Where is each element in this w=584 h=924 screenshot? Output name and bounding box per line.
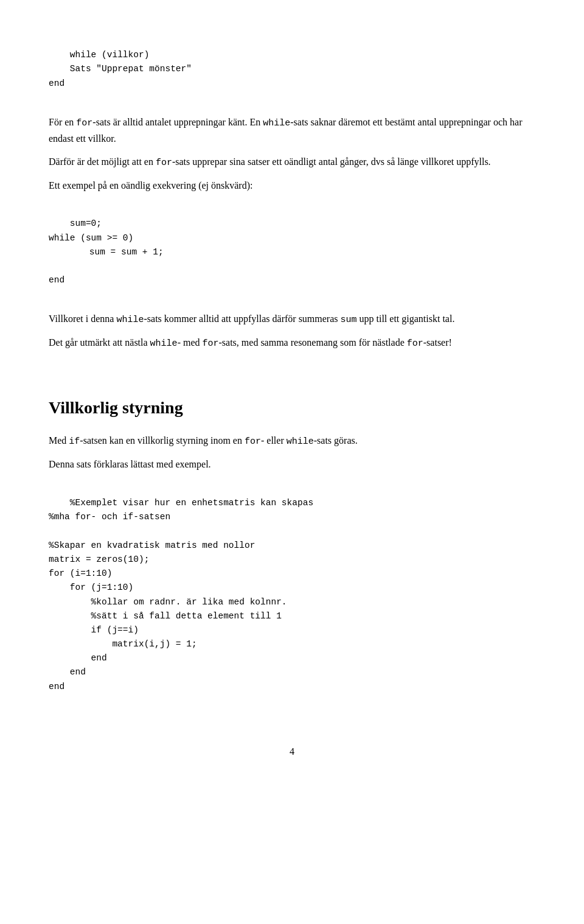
intro-line3: end xyxy=(49,79,64,88)
para6-after: -sats göras. xyxy=(314,435,358,446)
code2-line3: for (j=1:10) xyxy=(49,583,133,592)
code2-comment1: %Exemplet visar hur en enhetsmatris kan … xyxy=(70,498,313,508)
code1-line4: end xyxy=(49,275,64,285)
paragraph-4: Villkoret i denna while-sats kommer allt… xyxy=(49,311,535,327)
page-content: while (villkor) Sats "Upprepat mönster" … xyxy=(49,34,535,759)
page-number: 4 xyxy=(49,744,535,759)
code2-line1: matrix = zeros(10); xyxy=(49,555,149,564)
code2-line7: matrix(i,j) = 1; xyxy=(49,639,197,649)
code1-line1: sum=0; xyxy=(70,219,102,228)
code1-line2: while (sum >= 0) xyxy=(49,233,133,243)
para6-code2: for xyxy=(245,436,261,447)
para4-code2: sum xyxy=(341,315,357,325)
para1-code2: while xyxy=(263,118,290,128)
intro-line1: while (villkor) xyxy=(70,50,150,60)
para4-before: Villkoret i denna xyxy=(49,313,116,324)
para4-code1: while xyxy=(116,315,144,325)
para4-after: upp till ett gigantiskt tal. xyxy=(357,313,455,324)
para5-after: -sats, med samma resonemang som för näst… xyxy=(219,337,407,348)
para7-text: Denna sats förklaras lättast med exempel… xyxy=(49,459,211,469)
section-heading: Villkorlig styrning xyxy=(49,395,535,421)
para5-end: -satser! xyxy=(423,337,452,348)
para1-middle: -sats är alltid antalet upprepningar kän… xyxy=(92,117,263,127)
code2-line9: end xyxy=(49,667,86,677)
intro-code-block: while (villkor) Sats "Upprepat mönster" … xyxy=(49,34,535,105)
para4-middle: -sats kommer alltid att uppfyllas därför… xyxy=(144,313,340,324)
code2-line5: %sätt i så fall detta element till 1 xyxy=(49,611,282,621)
para6-code3: while xyxy=(287,436,314,447)
paragraph-1: För en for-sats är alltid antalet upprep… xyxy=(49,114,535,147)
code2-line10: end xyxy=(49,682,64,691)
spacer-1 xyxy=(49,359,535,371)
para2-before: Därför är det möjligt att en xyxy=(49,156,156,167)
para6-code1: if xyxy=(69,436,80,447)
code2-line4: %kollar om radnr. är lika med kolnnr. xyxy=(49,597,287,607)
paragraph-2: Därför är det möjligt att en for-sats up… xyxy=(49,154,535,170)
para5-middle: - med xyxy=(178,337,203,348)
code2-line2: for (i=1:10) xyxy=(49,569,112,578)
para6-middle2: - eller xyxy=(261,435,287,446)
para5-code3: for xyxy=(407,338,423,349)
para1-before: För en xyxy=(49,117,76,127)
code2-comment3: %Skapar en kvadratisk matris med nollor xyxy=(49,541,255,550)
paragraph-3: Ett exempel på en oändlig exekvering (ej… xyxy=(49,178,535,194)
para5-code2: for xyxy=(203,338,219,349)
code1-line3: sum = sum + 1; xyxy=(49,245,535,259)
para5-code1: while xyxy=(150,338,178,349)
paragraph-5: Det går utmärkt att nästla while- med fo… xyxy=(49,335,535,351)
para3-text: Ett exempel på en oändlig exekvering (ej… xyxy=(49,180,252,191)
code-block-2: %Exemplet visar hur en enhetsmatris kan … xyxy=(49,482,535,708)
code2-comment2: %mha for- och if-satsen xyxy=(49,512,170,522)
para6-before: Med xyxy=(49,435,69,446)
para6-middle1: -satsen kan en villkorlig styrning inom … xyxy=(80,435,245,446)
paragraph-7: Denna sats förklaras lättast med exempel… xyxy=(49,457,535,472)
code2-line6: if (j==i) xyxy=(49,625,139,635)
para2-code1: for xyxy=(156,158,172,168)
para2-middle: -sats upprepar sina satser ett oändligt … xyxy=(172,156,491,167)
para5-before: Det går utmärkt att nästla xyxy=(49,337,150,348)
intro-line2: Sats "Upprepat mönster" xyxy=(49,64,192,74)
para1-code1: for xyxy=(76,118,92,128)
code2-line8: end xyxy=(49,653,107,663)
paragraph-6: Med if-satsen kan en villkorlig styrning… xyxy=(49,433,535,449)
code-block-1: sum=0; while (sum >= 0) sum = sum + 1; e… xyxy=(49,203,535,301)
